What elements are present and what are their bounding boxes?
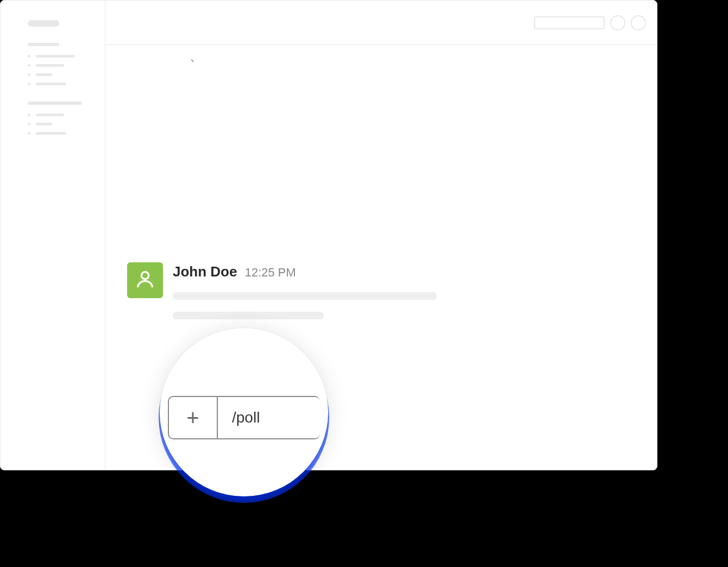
person-icon — [134, 268, 156, 292]
message-text-placeholder — [173, 292, 437, 300]
user-avatar[interactable] — [127, 262, 163, 298]
sidebar-bullet-icon — [28, 123, 30, 125]
zoom-lens: + /poll — [160, 328, 328, 496]
sidebar — [1, 1, 105, 470]
sidebar-item-label — [36, 73, 52, 76]
message-timestamp: 12:25 PM — [244, 266, 296, 280]
sidebar-item[interactable] — [28, 83, 96, 85]
search-input[interactable] — [534, 16, 605, 29]
sidebar-item-label — [36, 55, 75, 58]
message-author[interactable]: John Doe — [173, 263, 237, 280]
message-composer: + /poll — [168, 396, 320, 439]
sidebar-bullet-icon — [28, 73, 30, 76]
sidebar-item[interactable] — [28, 123, 96, 125]
sidebar-section-title — [28, 102, 82, 105]
sidebar-item-label — [36, 123, 52, 125]
sidebar-bullet-icon — [28, 132, 30, 135]
sidebar-section-title — [28, 43, 59, 46]
sidebar-item[interactable] — [28, 73, 96, 76]
composer-input[interactable]: /poll — [217, 396, 320, 439]
header-action-button[interactable] — [610, 15, 625, 30]
app-window: ` John Doe 12:25 PM — [0, 0, 657, 470]
message-row: John Doe 12:25 PM — [127, 262, 437, 331]
sidebar-item-label — [36, 83, 66, 85]
sidebar-bullet-icon — [28, 83, 30, 85]
header-action-button[interactable] — [631, 15, 646, 30]
message-body: John Doe 12:25 PM — [173, 262, 437, 331]
sidebar-item[interactable] — [28, 114, 96, 116]
message-header: John Doe 12:25 PM — [173, 263, 437, 280]
plus-icon: + — [186, 406, 199, 430]
sidebar-workspace-title — [28, 20, 59, 27]
sidebar-bullet-icon — [28, 55, 30, 58]
sidebar-item-label — [36, 132, 66, 135]
svg-point-0 — [141, 272, 148, 279]
sidebar-item[interactable] — [28, 55, 96, 58]
top-bar — [105, 1, 657, 45]
composer-add-button[interactable]: + — [168, 396, 217, 439]
message-text-placeholder — [173, 312, 324, 319]
sidebar-bullet-icon — [28, 114, 30, 116]
stray-mark: ` — [189, 58, 197, 73]
sidebar-item-label — [36, 64, 64, 67]
sidebar-item-label — [36, 114, 64, 116]
sidebar-bullet-icon — [28, 64, 30, 67]
sidebar-item[interactable] — [28, 132, 96, 135]
composer-text: /poll — [232, 409, 260, 426]
sidebar-item[interactable] — [28, 64, 96, 67]
